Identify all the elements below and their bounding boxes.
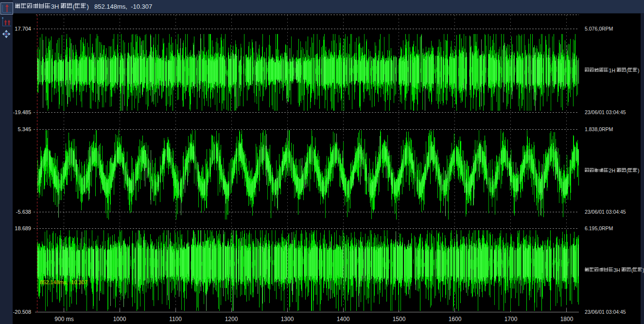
svg-text:(: ( xyxy=(627,68,628,73)
svg-text:): ) xyxy=(638,168,640,173)
svg-text:): ) xyxy=(638,68,640,73)
svg-text:(: ( xyxy=(627,168,628,173)
svg-text:(: ( xyxy=(631,267,633,273)
svg-text:1H: 1H xyxy=(609,68,617,73)
svg-text:2H: 2H xyxy=(609,168,617,173)
svg-text:3H: 3H xyxy=(614,267,622,273)
